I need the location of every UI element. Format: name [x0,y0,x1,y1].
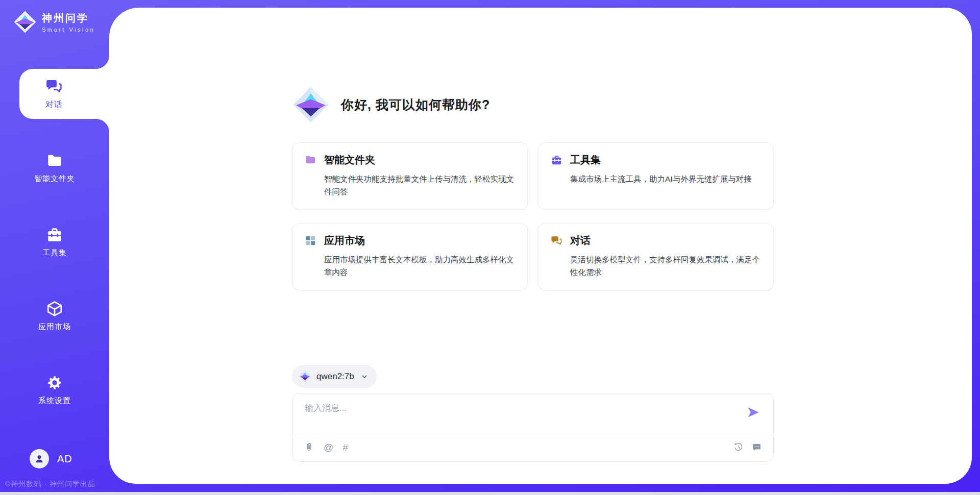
sidebar-item-label: 工具集 [42,248,67,258]
card-title: 智能文件夹 [324,153,375,167]
main-panel: 你好, 我可以如何帮助你? 智能文件夹 智能文件夹功能支持批量文件上传与清洗，轻… [109,8,972,484]
chat-bubble-icon [751,442,762,453]
horizontal-scrollbar[interactable] [0,492,980,495]
card-description: 智能文件夹功能支持批量文件上传与清洗，轻松实现文件问答 [324,172,515,198]
brand-text: 神州问学 Smart Vision [42,11,95,33]
hash-icon: # [342,442,348,453]
card-head: 智能文件夹 [305,153,515,167]
attach-file-button[interactable] [304,442,314,453]
greeting-title: 你好, 我可以如何帮助你? [341,96,490,113]
card-app-market[interactable]: 应用市场 应用市场提供丰富长文本模板，助力高效生成多样化文章内容 [292,223,528,290]
sidebar-item-settings[interactable]: 系统设置 [0,365,109,415]
chevron-down-icon [360,373,369,381]
card-toolset[interactable]: 工具集 集成市场上主流工具，助力AI与外界无缝扩展与对接 [538,142,774,210]
folder-icon [305,154,316,166]
model-diamond-logo [299,370,311,383]
message-input[interactable] [305,403,733,413]
model-selector[interactable]: qwen2:7b [292,365,377,388]
sidebar-nav: 对话 智能文件夹 工具集 应用市场 系统设置 [0,69,109,439]
card-chat[interactable]: 对话 灵活切换多模型文件，支持多样回复效果调试，满足个性化需求 [538,223,774,290]
user-menu[interactable]: AD [30,449,72,468]
chat-icon [45,78,63,95]
feedback-button[interactable] [751,442,762,453]
mention-button[interactable]: @ [324,442,333,453]
composer-toolbar: @ # [292,433,773,461]
message-composer: @ # [292,393,774,462]
brand-diamond-logo [13,10,37,34]
card-smart-folder[interactable]: 智能文件夹 智能文件夹功能支持批量文件上传与清洗，轻松实现文件问答 [292,142,528,210]
brand-logo-block: 神州问学 Smart Vision [13,10,95,34]
sidebar-item-label: 智能文件夹 [34,174,75,184]
model-name: qwen2:7b [316,372,354,382]
copyright-text: ©神州数码 · 神州问学出品 [5,480,95,489]
toolbox-icon [551,154,562,166]
sidebar-item-toolset[interactable]: 工具集 [0,217,109,267]
card-description: 应用市场提供丰富长文本模板，助力高效生成多样化文章内容 [324,253,515,279]
card-description: 集成市场上主流工具，助力AI与外界无缝扩展与对接 [570,172,761,185]
folder-icon [46,152,63,169]
brand-name: 神州问学 [42,11,95,25]
brand-diamond-logo [292,86,330,123]
card-title: 应用市场 [324,234,365,247]
chat-icon [551,235,562,246]
card-description: 灵活切换多模型文件，支持多样回复效果调试，满足个性化需求 [570,253,761,279]
send-button[interactable] [746,406,761,419]
brand-subtitle: Smart Vision [42,27,95,33]
person-icon [34,453,45,464]
sidebar-item-label: 对话 [45,100,63,110]
gear-icon [46,374,63,391]
avatar [30,449,49,468]
sidebar-item-app-market[interactable]: 应用市场 [0,291,109,341]
sidebar-item-label: 系统设置 [38,396,71,406]
history-icon [733,442,744,453]
toolbox-icon [46,226,63,243]
at-icon: @ [324,442,333,453]
cube-icon [46,300,63,317]
sidebar-item-chat[interactable]: 对话 [19,69,109,119]
history-button[interactable] [733,442,744,453]
app-grid-icon [305,235,316,246]
card-head: 工具集 [551,153,761,167]
user-initials: AD [57,453,72,465]
feature-cards: 智能文件夹 智能文件夹功能支持批量文件上传与清洗，轻松实现文件问答 工具集 集成… [292,142,774,290]
sidebar: 神州问学 Smart Vision 对话 智能文件夹 工具集 [0,0,109,495]
main-content: 你好, 我可以如何帮助你? 智能文件夹 智能文件夹功能支持批量文件上传与清洗，轻… [292,8,774,484]
card-title: 工具集 [570,153,601,167]
card-head: 应用市场 [305,234,515,247]
greeting-row: 你好, 我可以如何帮助你? [292,86,490,123]
card-title: 对话 [570,234,591,247]
sidebar-item-label: 应用市场 [38,322,71,332]
sidebar-item-smart-folder[interactable]: 智能文件夹 [0,143,109,193]
send-icon [746,406,761,419]
topic-button[interactable]: # [342,442,348,453]
composer-toolbar-right [733,442,762,453]
paperclip-icon [304,442,314,453]
card-head: 对话 [551,234,761,247]
